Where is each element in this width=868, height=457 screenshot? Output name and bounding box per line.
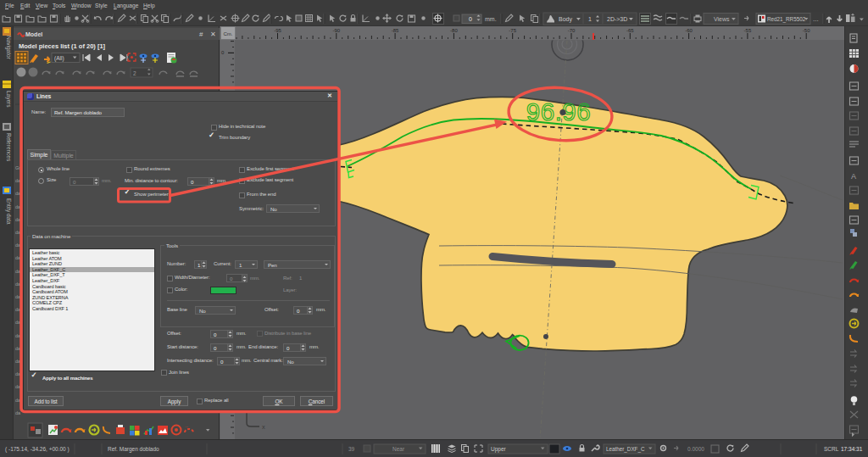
svg-text:-90: -90 <box>332 28 340 33</box>
svg-text:0: 0 <box>221 50 225 55</box>
svg-text:-60: -60 <box>685 28 693 33</box>
svg-text:2: 2 <box>133 70 136 76</box>
svg-text:-55: -55 <box>744 28 752 33</box>
svg-text:Body: Body <box>559 16 572 23</box>
svg-text:2D->3D: 2D->3D <box>607 16 627 22</box>
svg-text:✕: ✕ <box>210 31 216 38</box>
svg-text:Near: Near <box>392 446 405 452</box>
svg-text:Red21_RR5502: Red21_RR5502 <box>767 16 806 23</box>
svg-text:Views: Views <box>714 16 730 22</box>
svg-text:...: ... <box>185 423 188 428</box>
svg-text:-70: -70 <box>568 28 576 33</box>
svg-text:-75: -75 <box>509 28 516 33</box>
svg-text:...: ... <box>813 15 819 23</box>
svg-text:-95: -95 <box>274 28 281 33</box>
svg-text:mm.: mm. <box>485 16 497 22</box>
svg-text:-65: -65 <box>626 28 634 33</box>
svg-text:-50: -50 <box>803 28 810 33</box>
svg-text:(All): (All) <box>54 55 64 62</box>
svg-text:Leather_DXF_C: Leather_DXF_C <box>606 446 645 453</box>
svg-text:#: # <box>199 31 203 38</box>
svg-text:Model: Model <box>25 31 42 37</box>
svg-text:A: A <box>851 172 856 181</box>
svg-text:-85: -85 <box>392 28 399 33</box>
svg-text:-80: -80 <box>450 28 458 33</box>
svg-text:0.0000: 0.0000 <box>687 446 704 452</box>
svg-text:Upper: Upper <box>491 446 507 453</box>
svg-text:1: 1 <box>588 16 592 22</box>
svg-text:0: 0 <box>469 16 472 22</box>
